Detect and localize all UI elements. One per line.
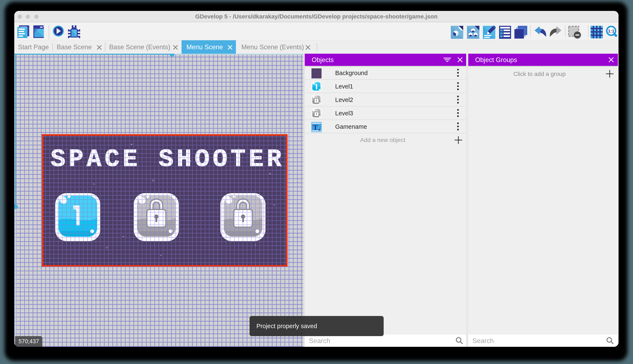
svg-text:1:1: 1:1 [608,28,614,33]
svg-text:x: x [318,127,320,132]
svg-text:T: T [313,124,318,131]
